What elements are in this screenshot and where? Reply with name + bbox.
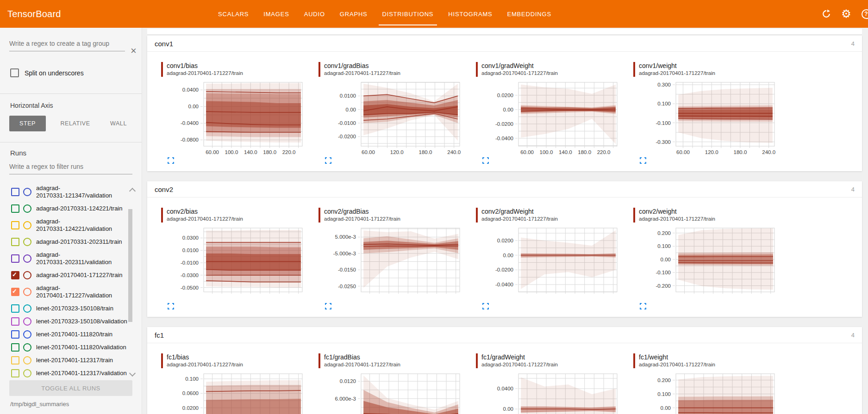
tab-graphs[interactable]: GRAPHS — [332, 0, 375, 28]
svg-text:-0.0200: -0.0200 — [338, 134, 356, 139]
toggle-all-runs-button[interactable]: TOGGLE ALL RUNS — [9, 380, 132, 396]
expand-icon[interactable] — [168, 303, 174, 311]
svg-text:220.0: 220.0 — [282, 149, 296, 155]
run-color-radio[interactable] — [23, 204, 31, 213]
run-checkbox[interactable] — [11, 188, 19, 196]
run-color-radio[interactable] — [23, 254, 31, 263]
chart-run-subtitle: adagrad-20170401-171227/train — [481, 216, 558, 222]
run-checkbox[interactable]: ✓ — [11, 271, 19, 279]
svg-text:0.0200: 0.0200 — [182, 405, 199, 411]
tab-images[interactable]: IMAGES — [256, 0, 296, 28]
close-icon[interactable]: × — [131, 46, 137, 56]
axis-button-step[interactable]: STEP — [9, 116, 46, 131]
run-item[interactable]: lenet-20170401-111820/train — [0, 328, 135, 341]
svg-text:-0.0500: -0.0500 — [181, 285, 199, 290]
axis-button-wall[interactable]: WALL — [105, 116, 132, 131]
distribution-plot[interactable]: 0.1000.06000.0200-0.0200 — [161, 371, 309, 414]
tab-scalars[interactable]: SCALARS — [211, 0, 256, 28]
run-item[interactable]: adagrad-20170331-121347/validation — [0, 182, 135, 202]
run-checkbox[interactable]: ✓ — [11, 288, 19, 296]
previous-card-edge — [147, 29, 862, 35]
run-color-radio[interactable] — [23, 271, 31, 279]
distribution-plot[interactable]: 0.03000.0100-0.0100-0.0300-0.0500 — [161, 225, 309, 303]
run-checkbox[interactable] — [11, 221, 19, 229]
gear-icon[interactable]: ⚙ — [841, 8, 852, 19]
section-card-conv2: conv24conv2/biasadagrad-20170401-171227/… — [147, 181, 862, 317]
expand-icon[interactable] — [168, 157, 174, 166]
run-color-radio[interactable] — [23, 221, 31, 229]
expand-icon[interactable] — [325, 303, 331, 311]
distribution-plot[interactable]: 0.3000.100-0.100-0.30060.00120.0180.0240… — [633, 80, 781, 157]
expand-icon[interactable] — [325, 157, 331, 166]
expand-icon[interactable] — [482, 157, 489, 166]
expand-icon[interactable] — [640, 303, 646, 311]
tab-audio[interactable]: AUDIO — [297, 0, 332, 28]
run-color-radio[interactable] — [23, 369, 31, 377]
tab-histograms[interactable]: HISTOGRAMS — [441, 0, 500, 28]
run-checkbox[interactable] — [11, 343, 19, 352]
run-item[interactable]: ✓adagrad-20170401-171227/validation — [0, 282, 135, 302]
divider — [0, 93, 142, 94]
tab-embeddings[interactable]: EMBEDDINGS — [500, 0, 559, 28]
run-item[interactable]: lenet-20170323-150108/train — [0, 302, 135, 315]
run-color-radio[interactable] — [23, 343, 31, 352]
distribution-plot[interactable]: 0.02000.00-0.0200-0.0400 — [476, 225, 624, 303]
chart-tile: conv1/gradBiasadagrad-20170401-171227/tr… — [318, 62, 473, 166]
help-icon[interactable]: ? — [861, 8, 868, 19]
refresh-icon[interactable] — [821, 8, 832, 19]
run-checkbox[interactable] — [11, 238, 19, 246]
distribution-plot[interactable]: 0.04000.00-0.0400 — [476, 371, 624, 414]
expand-icon[interactable] — [640, 157, 646, 166]
axis-button-relative[interactable]: RELATIVE — [55, 116, 95, 131]
chart-run-subtitle: adagrad-20170401-171227/train — [639, 216, 715, 222]
section-header[interactable]: conv24 — [147, 181, 862, 198]
split-underscores-checkbox[interactable] — [10, 68, 19, 77]
svg-text:180.0: 180.0 — [263, 149, 276, 155]
run-color-radio[interactable] — [23, 317, 31, 326]
run-color-radio[interactable] — [23, 330, 31, 339]
run-color-radio[interactable] — [23, 356, 31, 365]
tag-regex-input[interactable] — [9, 38, 125, 51]
run-item[interactable]: lenet-20170323-150108/validation — [0, 315, 135, 328]
split-underscores-row[interactable]: Split on underscores — [10, 68, 84, 77]
run-item[interactable]: ✓adagrad-20170401-171227/train — [0, 269, 135, 282]
run-checkbox[interactable] — [11, 330, 19, 339]
expand-icon[interactable] — [482, 303, 489, 311]
run-item[interactable]: lenet-20170401-112317/train — [0, 354, 135, 367]
section-chart-count: 4 — [851, 186, 855, 193]
svg-text:0.100: 0.100 — [657, 243, 671, 249]
runs-regex-input[interactable] — [9, 161, 132, 174]
run-item[interactable]: lenet-20170401-112317/validation — [0, 367, 135, 380]
run-checkbox[interactable] — [11, 317, 19, 326]
run-checkbox[interactable] — [11, 254, 19, 263]
runs-scrollbar[interactable] — [128, 209, 132, 322]
distribution-plot[interactable]: 0.04000.00-0.0400-0.080060.00100.0140.01… — [161, 80, 309, 157]
svg-text:-0.100: -0.100 — [656, 120, 671, 126]
distribution-plot[interactable]: 0.01000.00-0.0100-0.020060.00120.0180.02… — [318, 80, 467, 157]
run-checkbox[interactable] — [11, 204, 19, 213]
chart-tile: conv2/gradWeightadagrad-20170401-171227/… — [476, 208, 631, 311]
run-item[interactable]: adagrad-20170331-124221/validation — [0, 215, 135, 235]
section-header[interactable]: fc14 — [147, 327, 862, 343]
run-checkbox[interactable] — [11, 369, 19, 377]
run-label: lenet-20170323-150108/train — [36, 305, 113, 312]
distribution-plot[interactable]: 0.2000.1000.00-0.100-0.200 — [633, 225, 781, 303]
run-item[interactable]: lenet-20170401-111820/validation — [0, 341, 135, 354]
run-color-radio[interactable] — [23, 304, 31, 313]
tab-distributions[interactable]: DISTRIBUTIONS — [375, 0, 441, 28]
run-checkbox[interactable] — [11, 356, 19, 365]
run-checkbox[interactable] — [11, 304, 19, 313]
distribution-plot[interactable]: 0.01206.000e-30.00 — [318, 371, 467, 414]
run-item[interactable]: adagrad-20170331-124221/train — [0, 202, 135, 215]
section-header[interactable]: conv14 — [147, 36, 862, 52]
distribution-plot[interactable]: 5.000e-3-5.000e-3-0.0150-0.0250 — [318, 225, 467, 303]
run-item[interactable]: adagrad-20170331-202311/validation — [0, 248, 135, 269]
chart-tile: conv2/gradBiasadagrad-20170401-171227/tr… — [318, 208, 473, 311]
run-color-radio[interactable] — [23, 288, 31, 296]
run-color-radio[interactable] — [23, 188, 31, 196]
run-color-radio[interactable] — [23, 238, 31, 246]
distribution-plot[interactable]: 0.02000.00-0.0200-0.040060.00100.0140.01… — [476, 80, 624, 157]
svg-text:0.0120: 0.0120 — [340, 378, 356, 384]
run-item[interactable]: adagrad-20170331-202311/train — [0, 235, 135, 248]
distribution-plot[interactable]: 0.2000.1000.00-0.100 — [633, 371, 781, 414]
